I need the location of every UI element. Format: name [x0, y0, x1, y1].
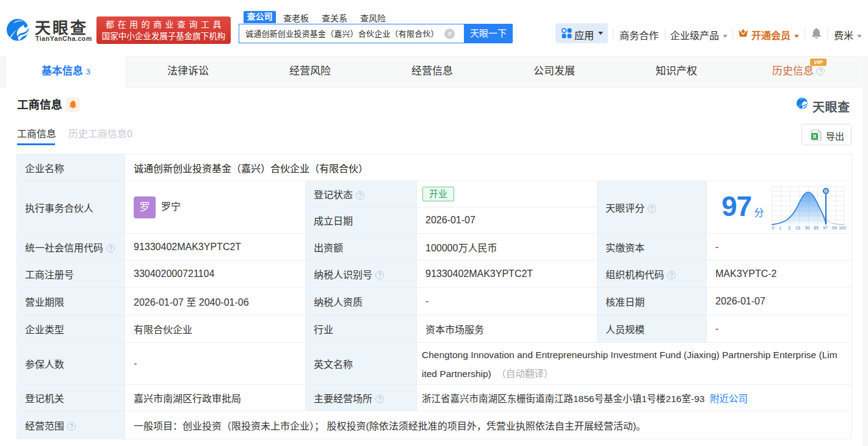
svg-text:50: 50	[805, 226, 810, 230]
svg-text:99: 99	[832, 226, 837, 230]
svg-text:97: 97	[823, 226, 828, 230]
svg-text:100: 100	[839, 226, 846, 230]
svg-text:85: 85	[814, 226, 819, 230]
svg-text:1: 1	[779, 226, 781, 230]
svg-text:0: 0	[772, 226, 775, 230]
svg-text:15: 15	[795, 226, 800, 230]
svg-text:3: 3	[788, 226, 790, 230]
